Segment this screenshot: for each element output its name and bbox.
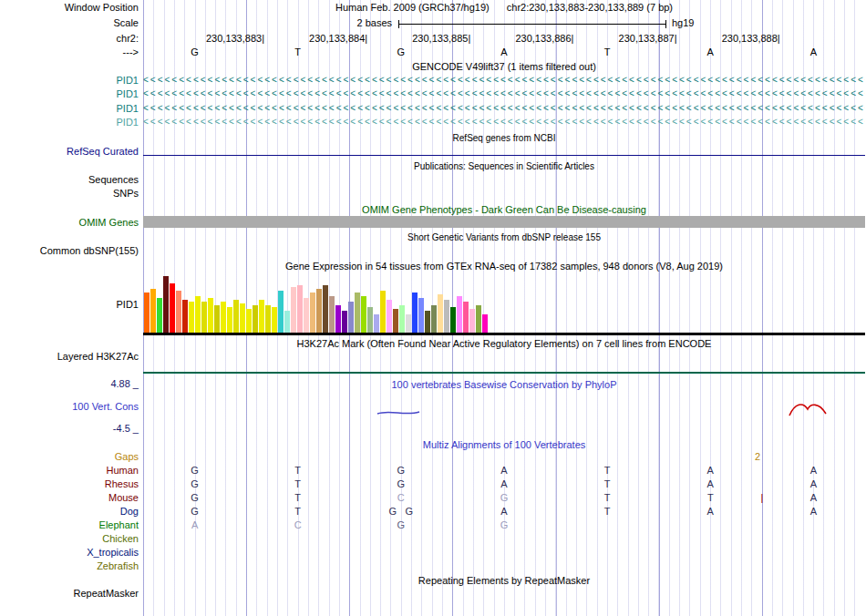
gtex-tissue-bar[interactable] (355, 293, 360, 333)
gtex-tissue-bar[interactable] (304, 298, 309, 333)
alignment-letter: G (406, 506, 414, 517)
gtex-tissue-bar[interactable] (284, 311, 290, 333)
gtex-tissue-bar[interactable] (431, 305, 437, 333)
genome-browser: Window Position Human Feb. 2009 (GRCh37/… (0, 0, 866, 616)
track-label-omim-genes[interactable]: OMIM Genes (0, 217, 139, 228)
gtex-tissue-bar[interactable] (329, 296, 335, 333)
gtex-tissue-bar[interactable] (189, 302, 194, 333)
strand-direction-label: ---> (0, 46, 139, 57)
gene-label-pid1-1[interactable]: PID1 (0, 88, 139, 99)
row-label-rhesus[interactable]: Rhesus (0, 478, 139, 489)
base-letter: T (294, 46, 301, 57)
row-label-human[interactable]: Human (0, 465, 139, 476)
h3k27ac-signal-baseline[interactable] (143, 372, 865, 374)
gene-label-pid1-3[interactable]: PID1 (0, 117, 139, 128)
gtex-tissue-bar[interactable] (182, 300, 188, 333)
gtex-tissue-bar[interactable] (380, 291, 386, 333)
gtex-tissue-bar[interactable] (150, 289, 156, 333)
gtex-tissue-bar[interactable] (221, 302, 226, 333)
base-letter: G (191, 46, 199, 57)
gene-strand-arrows[interactable]: <<<<<<<<<<<<<<<<<<<<<<<<<<<<<<<<<<<<<<<<… (143, 88, 865, 100)
gtex-tissue-bar[interactable] (393, 309, 398, 333)
gtex-tissue-bar[interactable] (291, 287, 296, 333)
gtex-tissue-bar[interactable] (201, 302, 207, 333)
track-label-snps[interactable]: SNPs (0, 188, 139, 199)
track-label-dbsnp[interactable]: Common dbSNP(155) (0, 245, 139, 256)
gtex-tissue-bar[interactable] (342, 311, 347, 333)
gtex-tissue-bar[interactable] (170, 283, 175, 333)
gtex-tissue-bar[interactable] (240, 303, 245, 333)
gtex-tissue-bar[interactable] (399, 305, 405, 333)
omim-gene-bar[interactable] (143, 216, 865, 228)
gtex-tissue-bar[interactable] (163, 276, 169, 333)
gtex-tissue-bar[interactable] (278, 291, 284, 333)
gene-strand-arrows[interactable]: <<<<<<<<<<<<<<<<<<<<<<<<<<<<<<<<<<<<<<<<… (143, 103, 865, 115)
track-label-gtex-pid1[interactable]: PID1 (0, 299, 139, 310)
row-label-elephant[interactable]: Elephant (0, 519, 139, 530)
gtex-tissue-bar[interactable] (425, 311, 430, 333)
track-label-repeatmasker[interactable]: RepeatMasker (0, 588, 139, 599)
gtex-tissue-bar[interactable] (316, 289, 322, 333)
row-label-mouse[interactable]: Mouse (0, 492, 139, 503)
window-position-label: Window Position (0, 2, 139, 13)
gene-strand-arrows[interactable]: <<<<<<<<<<<<<<<<<<<<<<<<<<<<<<<<<<<<<<<<… (143, 117, 865, 128)
gtex-tissue-bar[interactable] (310, 293, 315, 333)
gene-label-pid1-0[interactable]: PID1 (0, 75, 139, 86)
row-label-x_tropicalis[interactable]: X_tropicalis (0, 547, 139, 558)
gtex-tissue-bar[interactable] (265, 305, 271, 333)
gene-label-pid1-2[interactable]: PID1 (0, 103, 139, 114)
gtex-tissue-bar[interactable] (246, 309, 252, 333)
gtex-tissue-bar[interactable] (444, 300, 449, 333)
gtex-tissue-bar[interactable] (208, 298, 213, 333)
gtex-tissue-bar[interactable] (272, 307, 277, 333)
gtex-tissue-bar[interactable] (457, 296, 462, 333)
track-label-100vert-cons[interactable]: 100 Vert. Cons (0, 401, 139, 412)
track-label-refseq-curated[interactable]: RefSeq Curated (0, 146, 139, 157)
base-letter: T (604, 46, 611, 57)
gtex-tissue-bar[interactable] (450, 307, 456, 333)
gtex-tissue-bar[interactable] (144, 293, 149, 333)
gtex-tissue-bar[interactable] (367, 307, 373, 333)
gtex-tissue-bar[interactable] (361, 296, 366, 333)
gtex-tissue-bar[interactable] (387, 300, 392, 333)
gtex-tissue-bar[interactable] (176, 291, 181, 333)
row-label-zebrafish[interactable]: Zebrafish (0, 560, 139, 571)
alignment-letter: A (810, 506, 817, 517)
track-title-gencode: GENCODE V49lift37 (1 items filtered out) (143, 61, 865, 72)
gtex-tissue-bar[interactable] (259, 300, 264, 333)
conservation-min-label: -4.5 _ (0, 423, 139, 434)
gtex-tissue-bar[interactable] (335, 305, 341, 333)
gtex-tissue-bar[interactable] (348, 302, 354, 333)
gtex-tissue-bar[interactable] (157, 298, 162, 333)
gtex-tissue-bar[interactable] (418, 298, 424, 333)
gtex-tissue-bar[interactable] (406, 314, 411, 333)
scale-value: 2 bases (273, 17, 392, 28)
gtex-tissue-bar[interactable] (438, 294, 443, 333)
coordinate-label: 230,133,886| (473, 33, 573, 44)
gtex-tissue-bar[interactable] (412, 293, 418, 333)
gtex-tissue-bar[interactable] (482, 314, 488, 333)
row-label-chicken[interactable]: Chicken (0, 533, 139, 544)
gtex-tissue-bar[interactable] (374, 314, 379, 333)
gtex-bar-chart[interactable] (144, 269, 490, 333)
coordinate-label: 230,133,885| (370, 33, 470, 44)
track-label-h3k27ac[interactable]: Layered H3K27Ac (0, 351, 139, 362)
alignment-letter: G (389, 506, 397, 517)
gtex-tissue-bar[interactable] (297, 285, 303, 333)
coordinate-label: 230,133,888| (680, 33, 780, 44)
gtex-tissue-bar[interactable] (195, 296, 201, 333)
track-title-refseq: RefSeq genes from NCBI (143, 133, 865, 143)
gene-strand-arrows[interactable]: <<<<<<<<<<<<<<<<<<<<<<<<<<<<<<<<<<<<<<<<… (143, 75, 865, 87)
track-label-sequences[interactable]: Sequences (0, 174, 139, 185)
gtex-tissue-bar[interactable] (214, 305, 220, 333)
gtex-tissue-bar[interactable] (476, 305, 481, 333)
gtex-tissue-bar[interactable] (463, 302, 469, 333)
gtex-tissue-bar[interactable] (469, 309, 475, 333)
gtex-tissue-bar[interactable] (233, 300, 239, 333)
gtex-tissue-bar[interactable] (323, 285, 328, 333)
gtex-tissue-bar[interactable] (253, 305, 258, 333)
row-label-gaps[interactable]: Gaps (0, 451, 139, 462)
row-label-dog[interactable]: Dog (0, 506, 139, 517)
gtex-tissue-bar[interactable] (227, 307, 232, 333)
refseq-gene-line[interactable] (143, 155, 865, 156)
